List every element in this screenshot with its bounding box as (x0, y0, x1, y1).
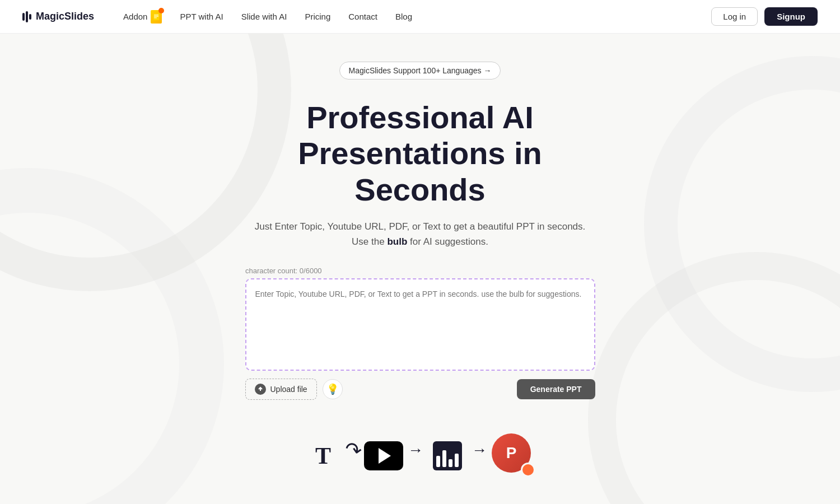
slides-bar-4 (455, 454, 459, 467)
nav-ppt-ai[interactable]: PPT with AI (173, 8, 230, 25)
upload-arrow-icon (258, 386, 263, 392)
slides-bar-1 (436, 456, 440, 467)
nav-blog[interactable]: Blog (389, 8, 419, 25)
flow-ppt-item: P (492, 433, 536, 478)
login-button[interactable]: Log in (711, 7, 758, 26)
svg-rect-1 (154, 15, 158, 16)
hero-subtitle: Just Enter Topic, Youtube URL, PDF, or T… (252, 219, 588, 249)
logo-bar-3 (29, 14, 31, 20)
upload-icon (255, 384, 266, 395)
nav-addon[interactable]: Addon (116, 7, 169, 27)
flow-slides-item (428, 436, 467, 475)
nav-contact[interactable]: Contact (342, 8, 384, 25)
addon-icon (151, 10, 162, 24)
curved-arrow-1: ↷ (343, 437, 364, 463)
nav-links: Addon PPT with AI Slide with AI Pricing (116, 7, 419, 27)
input-toolbar: Upload file 💡 Generate PPT (245, 379, 595, 400)
slides-bars-icon (433, 441, 462, 470)
main-content: MagicSlides Support 100+ Languages → Pro… (0, 34, 840, 501)
bulb-icon: 💡 (326, 383, 339, 395)
nav-slide-ai[interactable]: Slide with AI (235, 8, 294, 25)
logo-bar-2 (26, 11, 28, 22)
char-count-label: character count: 0/6000 (245, 267, 322, 275)
slides-bar-3 (449, 459, 452, 467)
text-icon: T (304, 436, 343, 475)
upload-button[interactable]: Upload file (245, 379, 317, 400)
bulb-button[interactable]: 💡 (323, 379, 343, 399)
logo-bar-1 (22, 13, 25, 21)
flow-diagram: T ↷ → → (196, 433, 644, 478)
svg-rect-2 (154, 16, 158, 17)
slides-processing-icon (428, 436, 467, 475)
svg-rect-3 (154, 17, 157, 18)
flow-text-item: T (304, 436, 343, 475)
badge-text: MagicSlides Support 100+ Languages → (349, 66, 492, 75)
logo-icon (22, 11, 31, 22)
play-triangle (379, 448, 391, 464)
logo-link[interactable]: MagicSlides (22, 11, 94, 22)
nav-right: Log in Signup (711, 7, 818, 26)
arrow-right-1: → (408, 442, 423, 458)
youtube-icon (364, 441, 403, 470)
ppt-icon: P (492, 433, 536, 478)
nav-left: MagicSlides Addon PPT with AI Sli (22, 7, 419, 27)
language-badge[interactable]: MagicSlides Support 100+ Languages → (339, 62, 501, 80)
navbar: MagicSlides Addon PPT with AI Sli (0, 0, 840, 34)
nav-pricing[interactable]: Pricing (298, 8, 337, 25)
signup-button[interactable]: Signup (764, 7, 818, 26)
addon-label: Addon (123, 12, 147, 21)
toolbar-left: Upload file 💡 (245, 379, 343, 400)
flow-youtube-item (364, 441, 403, 470)
doc-icon (153, 13, 159, 20)
input-container (245, 278, 595, 373)
generate-button[interactable]: Generate PPT (517, 379, 595, 399)
slides-bar-2 (442, 450, 446, 467)
brand-name: MagicSlides (36, 11, 94, 22)
hero-title: Professional AI Presentations in Seconds (202, 100, 638, 208)
arrow-right-2: → (472, 442, 487, 458)
topic-input[interactable] (245, 278, 595, 371)
ppt-dot (521, 463, 535, 477)
